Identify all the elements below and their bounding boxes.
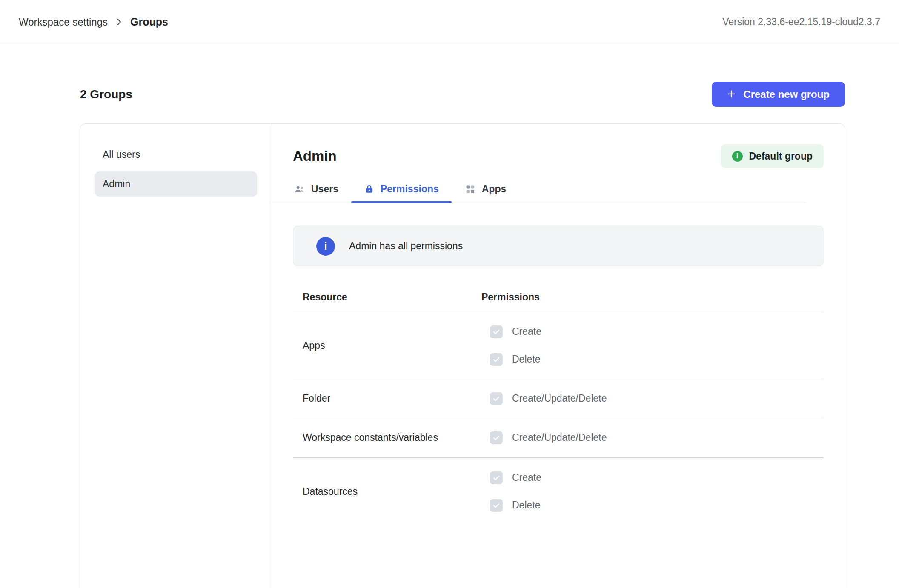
permissions-cell: CreateDelete <box>481 312 541 379</box>
group-list-item-admin[interactable]: Admin <box>95 171 257 197</box>
checkbox-create <box>490 471 503 484</box>
info-icon: i <box>316 237 335 256</box>
resource-label: Apps <box>303 340 481 351</box>
permission-label: Create <box>512 472 541 483</box>
permission-row-apps: AppsCreateDelete <box>293 312 824 379</box>
tab-label: Users <box>311 183 338 195</box>
permission-label: Delete <box>512 354 540 365</box>
tab-bar: UsersPermissionsApps <box>272 176 805 203</box>
checkbox-create-update-delete <box>490 392 503 405</box>
group-detail-header: Admin i Default group <box>293 144 824 168</box>
checkbox-create <box>490 325 503 338</box>
version-label: Version 2.33.6-ee2.15.19-cloud2.3.7 <box>722 16 880 28</box>
breadcrumb-workspace-settings[interactable]: Workspace settings <box>19 16 108 28</box>
tab-permissions[interactable]: Permissions <box>351 176 452 203</box>
permission-label: Delete <box>512 500 540 511</box>
default-group-badge-label: Default group <box>749 151 813 162</box>
plus-icon: + <box>727 86 736 101</box>
permissions-table: Resource Permissions AppsCreateDeleteFol… <box>293 283 824 525</box>
checkbox-delete <box>490 499 503 512</box>
permissions-table-header: Resource Permissions <box>293 283 824 312</box>
resource-label: Workspace constants/variables <box>303 432 481 443</box>
group-list-item-all-users[interactable]: All users <box>95 142 257 167</box>
permissions-cell: CreateDelete <box>481 458 541 525</box>
groups-toolbar: 2 Groups + Create new group <box>80 82 845 107</box>
permission-datasources-create: Create <box>490 464 541 491</box>
users-icon <box>294 183 305 195</box>
permission-row-folder: FolderCreate/Update/Delete <box>293 379 824 418</box>
permission-apps-create: Create <box>490 318 541 345</box>
groups-card: All usersAdmin Admin i Default group Use… <box>80 123 845 588</box>
permission-workspace-constants-variables-create-update-delete: Create/Update/Delete <box>490 424 607 451</box>
info-icon: i <box>732 151 743 162</box>
permission-row-workspace-constants-variables: Workspace constants/variablesCreate/Upda… <box>293 418 824 458</box>
lock-icon <box>364 184 375 194</box>
default-group-badge: i Default group <box>721 144 824 168</box>
permissions-banner: i Admin has all permissions <box>293 226 824 266</box>
permissions-table-body: AppsCreateDeleteFolderCreate/Update/Dele… <box>293 312 824 525</box>
permission-folder-create-update-delete: Create/Update/Delete <box>490 385 607 412</box>
group-detail-panel: Admin i Default group UsersPermissionsAp… <box>272 124 845 588</box>
permission-datasources-delete: Delete <box>490 491 541 519</box>
create-new-group-label: Create new group <box>743 88 830 100</box>
tab-users[interactable]: Users <box>293 176 351 203</box>
permission-label: Create/Update/Delete <box>512 432 607 443</box>
group-list: All usersAdmin <box>80 124 272 588</box>
checkbox-create-update-delete <box>490 431 503 444</box>
breadcrumb-groups: Groups <box>130 16 168 28</box>
checkbox-delete <box>490 353 503 366</box>
tab-label: Permissions <box>381 183 439 195</box>
permission-label: Create <box>512 326 541 337</box>
apps-icon <box>464 183 476 195</box>
group-title: Admin <box>293 148 337 164</box>
breadcrumb: Workspace settings Groups <box>19 16 168 28</box>
permissions-cell: Create/Update/Delete <box>481 418 607 457</box>
resource-column-header: Resource <box>303 291 481 303</box>
workspace-settings-page: Workspace settings Groups Version 2.33.6… <box>0 0 899 588</box>
permission-row-datasources: DatasourcesCreateDelete <box>293 458 824 525</box>
tab-apps[interactable]: Apps <box>452 176 519 203</box>
permissions-cell: Create/Update/Delete <box>481 379 607 418</box>
top-header: Workspace settings Groups Version 2.33.6… <box>0 0 899 44</box>
permission-label: Create/Update/Delete <box>512 393 607 404</box>
create-new-group-button[interactable]: + Create new group <box>712 82 845 107</box>
resource-label: Folder <box>303 393 481 404</box>
chevron-right-icon <box>115 17 123 26</box>
resource-label: Datasources <box>303 486 481 497</box>
groups-count: 2 Groups <box>80 88 132 101</box>
permissions-column-header: Permissions <box>481 291 540 303</box>
tab-label: Apps <box>482 183 507 195</box>
permission-apps-delete: Delete <box>490 345 541 373</box>
permissions-banner-text: Admin has all permissions <box>349 240 463 252</box>
